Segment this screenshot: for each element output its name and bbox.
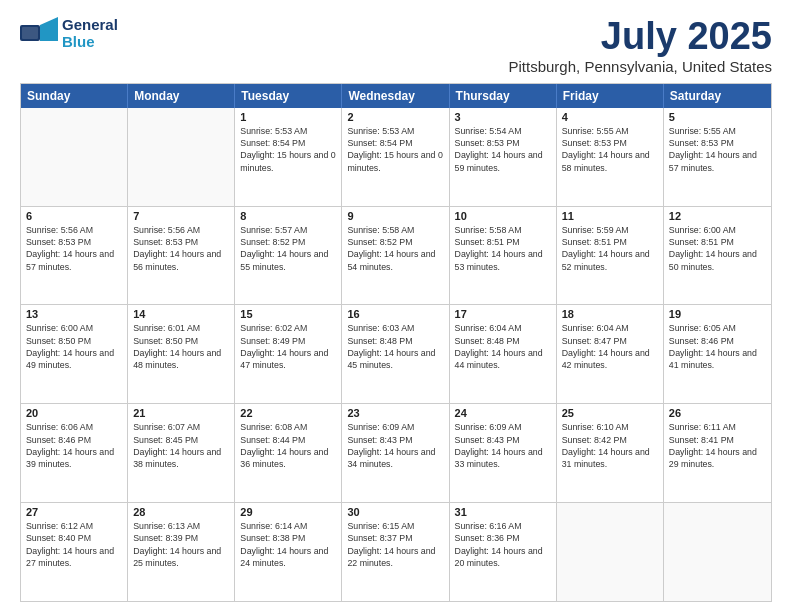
day-number: 11 (562, 210, 658, 222)
day-number: 23 (347, 407, 443, 419)
cell-info: Sunrise: 6:05 AMSunset: 8:46 PMDaylight:… (669, 322, 766, 371)
day-number: 21 (133, 407, 229, 419)
day-number: 15 (240, 308, 336, 320)
calendar-cell: 31Sunrise: 6:16 AMSunset: 8:36 PMDayligh… (450, 503, 557, 601)
calendar-cell: 22Sunrise: 6:08 AMSunset: 8:44 PMDayligh… (235, 404, 342, 502)
day-number: 16 (347, 308, 443, 320)
header-day-sunday: Sunday (21, 84, 128, 108)
calendar-cell: 19Sunrise: 6:05 AMSunset: 8:46 PMDayligh… (664, 305, 771, 403)
header-day-monday: Monday (128, 84, 235, 108)
day-number: 26 (669, 407, 766, 419)
day-number: 22 (240, 407, 336, 419)
day-number: 13 (26, 308, 122, 320)
calendar-cell: 3Sunrise: 5:54 AMSunset: 8:53 PMDaylight… (450, 108, 557, 206)
calendar: SundayMondayTuesdayWednesdayThursdayFrid… (20, 83, 772, 602)
header-day-friday: Friday (557, 84, 664, 108)
day-number: 29 (240, 506, 336, 518)
calendar-cell: 12Sunrise: 6:00 AMSunset: 8:51 PMDayligh… (664, 207, 771, 305)
cell-info: Sunrise: 6:04 AMSunset: 8:48 PMDaylight:… (455, 322, 551, 371)
calendar-cell: 30Sunrise: 6:15 AMSunset: 8:37 PMDayligh… (342, 503, 449, 601)
day-number: 10 (455, 210, 551, 222)
calendar-cell: 21Sunrise: 6:07 AMSunset: 8:45 PMDayligh… (128, 404, 235, 502)
cell-info: Sunrise: 6:12 AMSunset: 8:40 PMDaylight:… (26, 520, 122, 569)
calendar-cell: 11Sunrise: 5:59 AMSunset: 8:51 PMDayligh… (557, 207, 664, 305)
calendar-row-1: 6Sunrise: 5:56 AMSunset: 8:53 PMDaylight… (21, 207, 771, 306)
cell-info: Sunrise: 5:53 AMSunset: 8:54 PMDaylight:… (347, 125, 443, 174)
header-day-tuesday: Tuesday (235, 84, 342, 108)
subtitle: Pittsburgh, Pennsylvania, United States (509, 58, 772, 75)
cell-info: Sunrise: 6:00 AMSunset: 8:50 PMDaylight:… (26, 322, 122, 371)
day-number: 14 (133, 308, 229, 320)
day-number: 17 (455, 308, 551, 320)
calendar-cell: 14Sunrise: 6:01 AMSunset: 8:50 PMDayligh… (128, 305, 235, 403)
day-number: 18 (562, 308, 658, 320)
logo-text-block: General Blue (62, 16, 118, 50)
day-number: 4 (562, 111, 658, 123)
calendar-cell: 9Sunrise: 5:58 AMSunset: 8:52 PMDaylight… (342, 207, 449, 305)
cell-info: Sunrise: 5:58 AMSunset: 8:52 PMDaylight:… (347, 224, 443, 273)
calendar-body: 1Sunrise: 5:53 AMSunset: 8:54 PMDaylight… (21, 108, 771, 601)
logo-blue: Blue (62, 33, 95, 50)
calendar-row-4: 27Sunrise: 6:12 AMSunset: 8:40 PMDayligh… (21, 503, 771, 601)
cell-info: Sunrise: 6:07 AMSunset: 8:45 PMDaylight:… (133, 421, 229, 470)
day-number: 3 (455, 111, 551, 123)
calendar-cell: 8Sunrise: 5:57 AMSunset: 8:52 PMDaylight… (235, 207, 342, 305)
cell-info: Sunrise: 6:04 AMSunset: 8:47 PMDaylight:… (562, 322, 658, 371)
calendar-cell: 26Sunrise: 6:11 AMSunset: 8:41 PMDayligh… (664, 404, 771, 502)
header: General Blue July 2025 Pittsburgh, Penns… (20, 16, 772, 75)
header-day-saturday: Saturday (664, 84, 771, 108)
cell-info: Sunrise: 6:00 AMSunset: 8:51 PMDaylight:… (669, 224, 766, 273)
cell-info: Sunrise: 5:58 AMSunset: 8:51 PMDaylight:… (455, 224, 551, 273)
calendar-cell (128, 108, 235, 206)
day-number: 1 (240, 111, 336, 123)
cell-info: Sunrise: 5:57 AMSunset: 8:52 PMDaylight:… (240, 224, 336, 273)
calendar-cell: 4Sunrise: 5:55 AMSunset: 8:53 PMDaylight… (557, 108, 664, 206)
cell-info: Sunrise: 6:11 AMSunset: 8:41 PMDaylight:… (669, 421, 766, 470)
day-number: 6 (26, 210, 122, 222)
day-number: 24 (455, 407, 551, 419)
calendar-cell: 27Sunrise: 6:12 AMSunset: 8:40 PMDayligh… (21, 503, 128, 601)
calendar-cell: 23Sunrise: 6:09 AMSunset: 8:43 PMDayligh… (342, 404, 449, 502)
svg-rect-2 (22, 27, 38, 39)
cell-info: Sunrise: 5:55 AMSunset: 8:53 PMDaylight:… (669, 125, 766, 174)
calendar-cell: 17Sunrise: 6:04 AMSunset: 8:48 PMDayligh… (450, 305, 557, 403)
day-number: 8 (240, 210, 336, 222)
day-number: 12 (669, 210, 766, 222)
calendar-cell (664, 503, 771, 601)
svg-marker-1 (40, 17, 58, 41)
calendar-cell: 20Sunrise: 6:06 AMSunset: 8:46 PMDayligh… (21, 404, 128, 502)
day-number: 28 (133, 506, 229, 518)
cell-info: Sunrise: 5:56 AMSunset: 8:53 PMDaylight:… (133, 224, 229, 273)
header-day-thursday: Thursday (450, 84, 557, 108)
cell-info: Sunrise: 5:59 AMSunset: 8:51 PMDaylight:… (562, 224, 658, 273)
cell-info: Sunrise: 6:10 AMSunset: 8:42 PMDaylight:… (562, 421, 658, 470)
calendar-cell: 25Sunrise: 6:10 AMSunset: 8:42 PMDayligh… (557, 404, 664, 502)
cell-info: Sunrise: 5:55 AMSunset: 8:53 PMDaylight:… (562, 125, 658, 174)
day-number: 25 (562, 407, 658, 419)
day-number: 31 (455, 506, 551, 518)
title-block: July 2025 Pittsburgh, Pennsylvania, Unit… (509, 16, 772, 75)
calendar-cell: 2Sunrise: 5:53 AMSunset: 8:54 PMDaylight… (342, 108, 449, 206)
calendar-cell: 13Sunrise: 6:00 AMSunset: 8:50 PMDayligh… (21, 305, 128, 403)
cell-info: Sunrise: 5:56 AMSunset: 8:53 PMDaylight:… (26, 224, 122, 273)
cell-info: Sunrise: 6:06 AMSunset: 8:46 PMDaylight:… (26, 421, 122, 470)
day-number: 27 (26, 506, 122, 518)
cell-info: Sunrise: 6:09 AMSunset: 8:43 PMDaylight:… (347, 421, 443, 470)
cell-info: Sunrise: 6:02 AMSunset: 8:49 PMDaylight:… (240, 322, 336, 371)
logo-general: General (62, 16, 118, 33)
header-day-wednesday: Wednesday (342, 84, 449, 108)
cell-info: Sunrise: 6:14 AMSunset: 8:38 PMDaylight:… (240, 520, 336, 569)
calendar-cell: 15Sunrise: 6:02 AMSunset: 8:49 PMDayligh… (235, 305, 342, 403)
calendar-cell: 5Sunrise: 5:55 AMSunset: 8:53 PMDaylight… (664, 108, 771, 206)
calendar-cell (21, 108, 128, 206)
calendar-cell: 1Sunrise: 5:53 AMSunset: 8:54 PMDaylight… (235, 108, 342, 206)
day-number: 30 (347, 506, 443, 518)
day-number: 9 (347, 210, 443, 222)
calendar-header: SundayMondayTuesdayWednesdayThursdayFrid… (21, 84, 771, 108)
cell-info: Sunrise: 6:08 AMSunset: 8:44 PMDaylight:… (240, 421, 336, 470)
cell-info: Sunrise: 6:15 AMSunset: 8:37 PMDaylight:… (347, 520, 443, 569)
main-title: July 2025 (509, 16, 772, 58)
page: General Blue July 2025 Pittsburgh, Penns… (0, 0, 792, 612)
day-number: 5 (669, 111, 766, 123)
calendar-cell: 10Sunrise: 5:58 AMSunset: 8:51 PMDayligh… (450, 207, 557, 305)
